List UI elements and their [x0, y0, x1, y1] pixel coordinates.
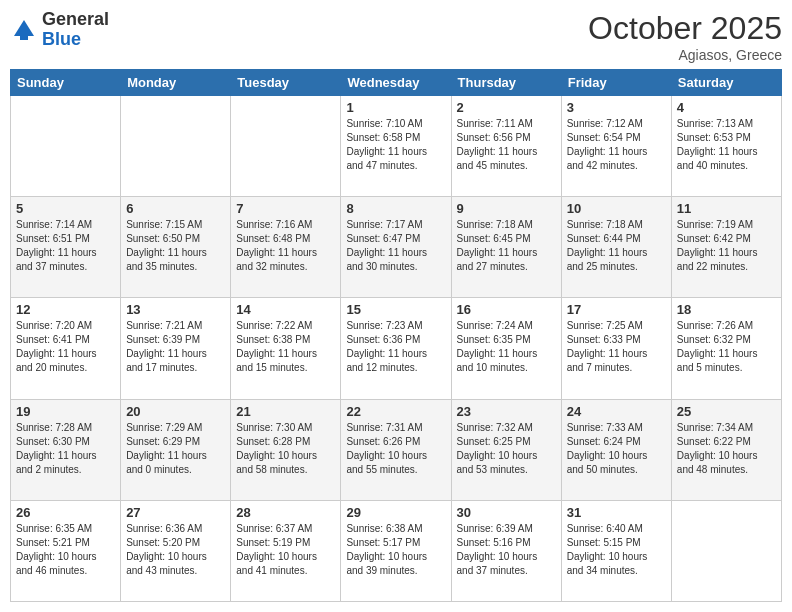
day-info: Sunrise: 7:21 AM Sunset: 6:39 PM Dayligh…: [126, 319, 225, 375]
day-number: 21: [236, 404, 335, 419]
day-number: 28: [236, 505, 335, 520]
day-info: Sunrise: 7:13 AM Sunset: 6:53 PM Dayligh…: [677, 117, 776, 173]
day-number: 18: [677, 302, 776, 317]
day-number: 16: [457, 302, 556, 317]
calendar-cell: 20Sunrise: 7:29 AM Sunset: 6:29 PM Dayli…: [121, 399, 231, 500]
calendar-cell: 30Sunrise: 6:39 AM Sunset: 5:16 PM Dayli…: [451, 500, 561, 601]
calendar-cell: 26Sunrise: 6:35 AM Sunset: 5:21 PM Dayli…: [11, 500, 121, 601]
day-info: Sunrise: 6:36 AM Sunset: 5:20 PM Dayligh…: [126, 522, 225, 578]
day-info: Sunrise: 7:22 AM Sunset: 6:38 PM Dayligh…: [236, 319, 335, 375]
day-info: Sunrise: 7:15 AM Sunset: 6:50 PM Dayligh…: [126, 218, 225, 274]
day-number: 3: [567, 100, 666, 115]
calendar-day-header: Wednesday: [341, 70, 451, 96]
calendar-cell: [671, 500, 781, 601]
day-number: 23: [457, 404, 556, 419]
day-info: Sunrise: 7:25 AM Sunset: 6:33 PM Dayligh…: [567, 319, 666, 375]
day-info: Sunrise: 7:16 AM Sunset: 6:48 PM Dayligh…: [236, 218, 335, 274]
day-number: 11: [677, 201, 776, 216]
calendar-week-row: 5Sunrise: 7:14 AM Sunset: 6:51 PM Daylig…: [11, 197, 782, 298]
day-info: Sunrise: 7:33 AM Sunset: 6:24 PM Dayligh…: [567, 421, 666, 477]
calendar-cell: 13Sunrise: 7:21 AM Sunset: 6:39 PM Dayli…: [121, 298, 231, 399]
day-info: Sunrise: 6:38 AM Sunset: 5:17 PM Dayligh…: [346, 522, 445, 578]
calendar-cell: [121, 96, 231, 197]
calendar-day-header: Thursday: [451, 70, 561, 96]
main-title: October 2025: [588, 10, 782, 47]
calendar-cell: 5Sunrise: 7:14 AM Sunset: 6:51 PM Daylig…: [11, 197, 121, 298]
calendar-cell: 10Sunrise: 7:18 AM Sunset: 6:44 PM Dayli…: [561, 197, 671, 298]
calendar-cell: 8Sunrise: 7:17 AM Sunset: 6:47 PM Daylig…: [341, 197, 451, 298]
calendar-header-row: SundayMondayTuesdayWednesdayThursdayFrid…: [11, 70, 782, 96]
day-number: 20: [126, 404, 225, 419]
calendar-cell: 27Sunrise: 6:36 AM Sunset: 5:20 PM Dayli…: [121, 500, 231, 601]
day-info: Sunrise: 6:35 AM Sunset: 5:21 PM Dayligh…: [16, 522, 115, 578]
day-info: Sunrise: 6:39 AM Sunset: 5:16 PM Dayligh…: [457, 522, 556, 578]
day-number: 8: [346, 201, 445, 216]
calendar-cell: 12Sunrise: 7:20 AM Sunset: 6:41 PM Dayli…: [11, 298, 121, 399]
calendar-week-row: 12Sunrise: 7:20 AM Sunset: 6:41 PM Dayli…: [11, 298, 782, 399]
calendar-cell: 15Sunrise: 7:23 AM Sunset: 6:36 PM Dayli…: [341, 298, 451, 399]
day-info: Sunrise: 6:40 AM Sunset: 5:15 PM Dayligh…: [567, 522, 666, 578]
day-info: Sunrise: 7:17 AM Sunset: 6:47 PM Dayligh…: [346, 218, 445, 274]
day-info: Sunrise: 7:18 AM Sunset: 6:44 PM Dayligh…: [567, 218, 666, 274]
day-info: Sunrise: 7:10 AM Sunset: 6:58 PM Dayligh…: [346, 117, 445, 173]
day-number: 7: [236, 201, 335, 216]
day-info: Sunrise: 7:32 AM Sunset: 6:25 PM Dayligh…: [457, 421, 556, 477]
calendar-week-row: 19Sunrise: 7:28 AM Sunset: 6:30 PM Dayli…: [11, 399, 782, 500]
logo-text: General Blue: [42, 10, 109, 50]
title-block: October 2025 Agiasos, Greece: [588, 10, 782, 63]
day-info: Sunrise: 7:12 AM Sunset: 6:54 PM Dayligh…: [567, 117, 666, 173]
day-info: Sunrise: 7:34 AM Sunset: 6:22 PM Dayligh…: [677, 421, 776, 477]
day-info: Sunrise: 7:19 AM Sunset: 6:42 PM Dayligh…: [677, 218, 776, 274]
day-info: Sunrise: 7:14 AM Sunset: 6:51 PM Dayligh…: [16, 218, 115, 274]
calendar-cell: 6Sunrise: 7:15 AM Sunset: 6:50 PM Daylig…: [121, 197, 231, 298]
day-info: Sunrise: 7:31 AM Sunset: 6:26 PM Dayligh…: [346, 421, 445, 477]
day-number: 27: [126, 505, 225, 520]
calendar-cell: 24Sunrise: 7:33 AM Sunset: 6:24 PM Dayli…: [561, 399, 671, 500]
subtitle: Agiasos, Greece: [588, 47, 782, 63]
calendar-cell: 31Sunrise: 6:40 AM Sunset: 5:15 PM Dayli…: [561, 500, 671, 601]
day-number: 19: [16, 404, 115, 419]
logo: General Blue: [10, 10, 109, 50]
day-number: 26: [16, 505, 115, 520]
day-number: 14: [236, 302, 335, 317]
day-number: 22: [346, 404, 445, 419]
day-number: 15: [346, 302, 445, 317]
calendar-cell: [231, 96, 341, 197]
header: General Blue October 2025 Agiasos, Greec…: [10, 10, 782, 63]
calendar-cell: 22Sunrise: 7:31 AM Sunset: 6:26 PM Dayli…: [341, 399, 451, 500]
logo-blue: Blue: [42, 30, 109, 50]
day-number: 6: [126, 201, 225, 216]
day-number: 5: [16, 201, 115, 216]
calendar-cell: [11, 96, 121, 197]
calendar-day-header: Friday: [561, 70, 671, 96]
calendar-week-row: 26Sunrise: 6:35 AM Sunset: 5:21 PM Dayli…: [11, 500, 782, 601]
day-number: 17: [567, 302, 666, 317]
calendar-table: SundayMondayTuesdayWednesdayThursdayFrid…: [10, 69, 782, 602]
calendar-cell: 2Sunrise: 7:11 AM Sunset: 6:56 PM Daylig…: [451, 96, 561, 197]
calendar-cell: 23Sunrise: 7:32 AM Sunset: 6:25 PM Dayli…: [451, 399, 561, 500]
day-info: Sunrise: 7:11 AM Sunset: 6:56 PM Dayligh…: [457, 117, 556, 173]
calendar-cell: 4Sunrise: 7:13 AM Sunset: 6:53 PM Daylig…: [671, 96, 781, 197]
calendar-cell: 1Sunrise: 7:10 AM Sunset: 6:58 PM Daylig…: [341, 96, 451, 197]
calendar-cell: 18Sunrise: 7:26 AM Sunset: 6:32 PM Dayli…: [671, 298, 781, 399]
day-info: Sunrise: 7:29 AM Sunset: 6:29 PM Dayligh…: [126, 421, 225, 477]
day-info: Sunrise: 6:37 AM Sunset: 5:19 PM Dayligh…: [236, 522, 335, 578]
calendar-cell: 19Sunrise: 7:28 AM Sunset: 6:30 PM Dayli…: [11, 399, 121, 500]
calendar-week-row: 1Sunrise: 7:10 AM Sunset: 6:58 PM Daylig…: [11, 96, 782, 197]
day-number: 25: [677, 404, 776, 419]
day-number: 9: [457, 201, 556, 216]
day-info: Sunrise: 7:20 AM Sunset: 6:41 PM Dayligh…: [16, 319, 115, 375]
calendar-cell: 17Sunrise: 7:25 AM Sunset: 6:33 PM Dayli…: [561, 298, 671, 399]
day-number: 31: [567, 505, 666, 520]
day-number: 4: [677, 100, 776, 115]
calendar-cell: 16Sunrise: 7:24 AM Sunset: 6:35 PM Dayli…: [451, 298, 561, 399]
day-number: 12: [16, 302, 115, 317]
page: General Blue October 2025 Agiasos, Greec…: [0, 0, 792, 612]
calendar-day-header: Tuesday: [231, 70, 341, 96]
calendar-cell: 25Sunrise: 7:34 AM Sunset: 6:22 PM Dayli…: [671, 399, 781, 500]
svg-rect-1: [20, 30, 28, 40]
logo-general: General: [42, 10, 109, 30]
day-number: 30: [457, 505, 556, 520]
day-info: Sunrise: 7:18 AM Sunset: 6:45 PM Dayligh…: [457, 218, 556, 274]
calendar-cell: 14Sunrise: 7:22 AM Sunset: 6:38 PM Dayli…: [231, 298, 341, 399]
